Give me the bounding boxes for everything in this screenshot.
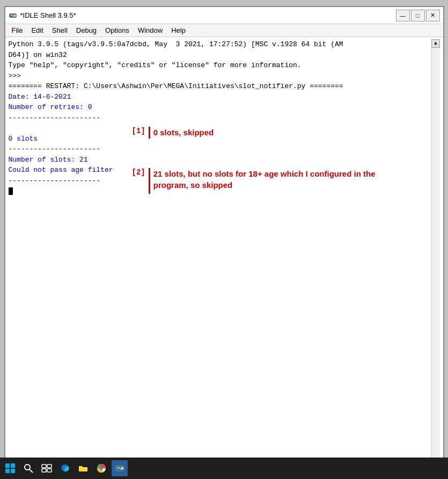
taskbar-idle-button[interactable] [112, 460, 128, 476]
menu-edit[interactable]: Edit [27, 25, 47, 35]
output-slots-0: 0 slots [9, 134, 431, 144]
title-bar-buttons: — □ ✕ [396, 10, 440, 21]
menu-help[interactable]: Help [167, 25, 190, 35]
svg-point-14 [100, 467, 103, 470]
annotation-1: [1] 0 slots, skipped [132, 127, 214, 139]
output-date: Date: 14-6-2021 [9, 92, 431, 103]
file-explorer-icon [78, 463, 89, 474]
menu-window[interactable]: Window [134, 25, 167, 35]
shell-content[interactable]: Python 3.9.5 (tags/v3.9.5:0a7dcbd, May 3… [5, 37, 443, 472]
idle-title-icon [9, 11, 17, 20]
taskbar-chrome-button[interactable] [93, 460, 109, 476]
chrome-browser-icon [96, 463, 107, 474]
idle-python-icon [114, 463, 125, 474]
window-title: *IDLE Shell 3.9.5* [20, 11, 76, 19]
ann1-text: 0 slots, skipped [153, 127, 214, 138]
close-button[interactable]: ✕ [426, 10, 440, 21]
edge-browser-icon [60, 463, 70, 474]
svg-rect-4 [5, 469, 10, 473]
scrollbar[interactable]: ▲ ▼ [431, 39, 440, 470]
scroll-track[interactable] [432, 48, 440, 461]
menu-bar: File Edit Shell Debug Options Window Hel… [5, 24, 443, 37]
scroll-up-button[interactable]: ▲ [431, 39, 440, 48]
python-header-1: Python 3.9.5 (tags/v3.9.5:0a7dcbd, May 3… [9, 39, 431, 50]
ann2-bar [149, 168, 150, 194]
menu-shell[interactable]: Shell [48, 25, 72, 35]
svg-rect-9 [47, 465, 52, 468]
taskbar-explorer-button[interactable] [75, 460, 91, 476]
svg-rect-8 [42, 465, 46, 468]
svg-point-6 [25, 465, 30, 470]
python-header-2: D64)] on win32 [9, 50, 431, 61]
menu-file[interactable]: File [8, 25, 27, 35]
windows-start-icon [5, 463, 16, 474]
svg-line-7 [30, 469, 33, 473]
taskbar-edge-button[interactable] [57, 460, 73, 476]
annotation-2: [2] 21 slots, but no slots for 18+ age w… [132, 168, 390, 194]
svg-rect-5 [11, 469, 15, 473]
ann2-bracket: [2] [132, 168, 145, 177]
svg-rect-3 [11, 463, 15, 468]
svg-rect-11 [47, 469, 52, 472]
title-bar: *IDLE Shell 3.9.5* — □ ✕ [5, 7, 443, 24]
title-bar-left: *IDLE Shell 3.9.5* [9, 11, 76, 20]
taskbar-taskview-button[interactable] [39, 460, 55, 476]
svg-rect-10 [42, 469, 46, 472]
ann1-bracket: [1] [132, 127, 145, 135]
menu-options[interactable]: Options [101, 25, 134, 35]
ann1-bar [149, 127, 150, 139]
prompt-line: >>> [9, 71, 431, 82]
output-retries: Number of retries: 0 [9, 102, 431, 113]
search-icon [23, 463, 34, 474]
output-divider-2: ---------------------- [9, 144, 431, 155]
restart-line: ======== RESTART: C:\Users\Ashwin\Per\ME… [9, 81, 431, 92]
ann2-text: 21 slots, but no slots for 18+ age which… [153, 168, 390, 191]
output-divider-1: ---------------------- [9, 113, 431, 124]
minimize-button[interactable]: — [396, 10, 410, 21]
shell-text-area: Python 3.9.5 (tags/v3.9.5:0a7dcbd, May 3… [9, 39, 431, 470]
taskview-icon [41, 463, 52, 474]
taskbar-start-button[interactable] [2, 460, 18, 476]
taskbar [0, 458, 448, 479]
python-header-3: Type "help", "copyright", "credits" or "… [9, 60, 431, 71]
maximize-button[interactable]: □ [411, 10, 425, 21]
output-blank-1 [9, 123, 431, 134]
text-cursor [9, 187, 13, 195]
taskbar-search-button[interactable] [20, 460, 36, 476]
svg-rect-2 [5, 463, 10, 468]
menu-debug[interactable]: Debug [72, 25, 101, 35]
svg-rect-12 [79, 467, 87, 471]
idle-shell-window: *IDLE Shell 3.9.5* — □ ✕ File Edit Shell… [4, 6, 444, 473]
output-slot-count: Number of slots: 21 [9, 155, 431, 165]
